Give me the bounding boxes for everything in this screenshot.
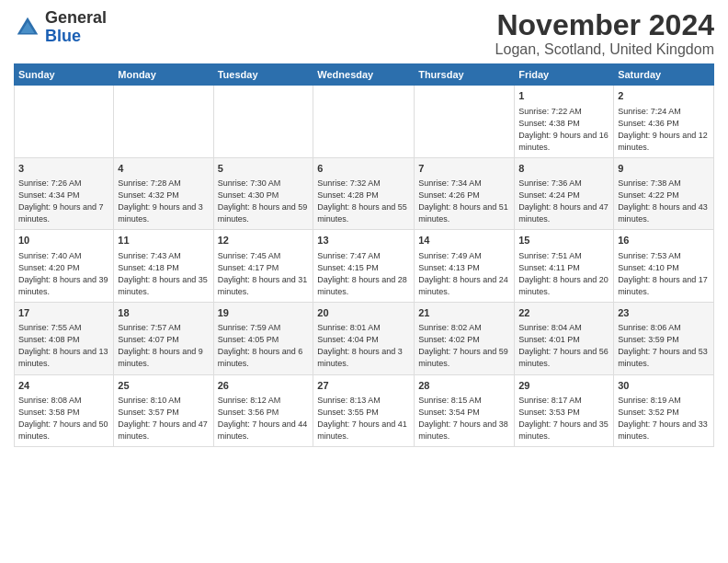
header-monday: Monday (114, 64, 213, 86)
day-cell: 26Sunrise: 8:12 AM Sunset: 3:56 PM Dayli… (213, 374, 313, 447)
week-row-4: 24Sunrise: 8:08 AM Sunset: 3:58 PM Dayli… (15, 374, 714, 447)
day-info: Sunrise: 8:06 AM Sunset: 3:59 PM Dayligh… (618, 322, 710, 370)
day-number: 4 (118, 162, 209, 176)
day-cell: 16Sunrise: 7:53 AM Sunset: 4:10 PM Dayli… (614, 230, 714, 303)
day-number: 2 (618, 89, 710, 103)
day-cell: 28Sunrise: 8:15 AM Sunset: 3:54 PM Dayli… (415, 374, 515, 447)
day-info: Sunrise: 7:24 AM Sunset: 4:36 PM Dayligh… (618, 106, 710, 154)
week-row-0: 1Sunrise: 7:22 AM Sunset: 4:38 PM Daylig… (15, 86, 714, 158)
day-number: 19 (218, 306, 310, 320)
logo-general: General (45, 9, 107, 28)
day-cell: 27Sunrise: 8:13 AM Sunset: 3:55 PM Dayli… (313, 374, 415, 447)
day-number: 27 (317, 379, 410, 393)
day-cell: 30Sunrise: 8:19 AM Sunset: 3:52 PM Dayli… (614, 374, 714, 447)
day-number: 12 (218, 234, 310, 247)
day-number: 26 (218, 379, 310, 393)
day-info: Sunrise: 8:13 AM Sunset: 3:55 PM Dayligh… (317, 395, 410, 442)
day-info: Sunrise: 8:15 AM Sunset: 3:54 PM Dayligh… (418, 395, 510, 442)
day-cell: 24Sunrise: 8:08 AM Sunset: 3:58 PM Dayli… (15, 374, 114, 447)
day-cell: 1Sunrise: 7:22 AM Sunset: 4:38 PM Daylig… (515, 86, 614, 158)
day-cell: 10Sunrise: 7:40 AM Sunset: 4:20 PM Dayli… (15, 230, 114, 303)
day-cell (114, 86, 213, 158)
logo: General Blue (14, 9, 107, 46)
header-tuesday: Tuesday (213, 64, 313, 86)
day-number: 24 (18, 379, 109, 393)
day-cell: 22Sunrise: 8:04 AM Sunset: 4:01 PM Dayli… (515, 302, 614, 374)
day-cell (213, 86, 313, 158)
day-number: 17 (18, 306, 109, 320)
day-number: 3 (18, 162, 109, 176)
day-info: Sunrise: 7:26 AM Sunset: 4:34 PM Dayligh… (18, 178, 109, 225)
day-cell: 17Sunrise: 7:55 AM Sunset: 4:08 PM Dayli… (15, 302, 114, 374)
day-number: 7 (418, 162, 510, 176)
day-number: 16 (618, 234, 710, 247)
day-info: Sunrise: 7:22 AM Sunset: 4:38 PM Dayligh… (518, 106, 609, 154)
day-cell: 20Sunrise: 8:01 AM Sunset: 4:04 PM Dayli… (313, 302, 415, 374)
header-wednesday: Wednesday (313, 64, 415, 86)
day-number: 14 (418, 234, 510, 247)
day-info: Sunrise: 8:10 AM Sunset: 3:57 PM Dayligh… (118, 395, 209, 442)
day-number: 21 (418, 306, 510, 320)
week-row-3: 17Sunrise: 7:55 AM Sunset: 4:08 PM Dayli… (15, 302, 714, 374)
main-title: November 2024 (495, 9, 714, 41)
day-info: Sunrise: 7:38 AM Sunset: 4:22 PM Dayligh… (618, 178, 710, 225)
day-number: 30 (618, 379, 710, 393)
day-number: 1 (518, 89, 609, 103)
day-info: Sunrise: 8:01 AM Sunset: 4:04 PM Dayligh… (317, 322, 410, 370)
day-info: Sunrise: 8:19 AM Sunset: 3:52 PM Dayligh… (618, 395, 710, 442)
subtitle: Logan, Scotland, United Kingdom (495, 41, 714, 58)
day-cell: 29Sunrise: 8:17 AM Sunset: 3:53 PM Dayli… (515, 374, 614, 447)
day-number: 18 (118, 306, 209, 320)
day-number: 10 (18, 234, 109, 247)
header: General Blue November 2024 Logan, Scotla… (14, 9, 714, 58)
header-row: Sunday Monday Tuesday Wednesday Thursday… (15, 64, 714, 86)
day-number: 22 (518, 306, 609, 320)
day-number: 11 (118, 234, 209, 247)
week-row-2: 10Sunrise: 7:40 AM Sunset: 4:20 PM Dayli… (15, 230, 714, 303)
day-info: Sunrise: 8:08 AM Sunset: 3:58 PM Dayligh… (18, 395, 109, 442)
calendar-body: 1Sunrise: 7:22 AM Sunset: 4:38 PM Daylig… (15, 86, 714, 447)
day-info: Sunrise: 8:04 AM Sunset: 4:01 PM Dayligh… (518, 322, 609, 370)
day-info: Sunrise: 7:57 AM Sunset: 4:07 PM Dayligh… (118, 322, 209, 370)
day-info: Sunrise: 7:47 AM Sunset: 4:15 PM Dayligh… (317, 250, 410, 298)
logo-text: General Blue (45, 9, 107, 46)
day-cell: 13Sunrise: 7:47 AM Sunset: 4:15 PM Dayli… (313, 230, 415, 303)
day-info: Sunrise: 7:59 AM Sunset: 4:05 PM Dayligh… (218, 322, 310, 370)
day-info: Sunrise: 7:32 AM Sunset: 4:28 PM Dayligh… (317, 178, 410, 225)
day-number: 15 (518, 234, 609, 247)
page: General Blue November 2024 Logan, Scotla… (0, 0, 728, 563)
day-cell: 6Sunrise: 7:32 AM Sunset: 4:28 PM Daylig… (313, 157, 415, 230)
day-info: Sunrise: 8:17 AM Sunset: 3:53 PM Dayligh… (518, 395, 609, 442)
day-info: Sunrise: 7:43 AM Sunset: 4:18 PM Dayligh… (118, 250, 209, 298)
day-info: Sunrise: 7:53 AM Sunset: 4:10 PM Dayligh… (618, 250, 710, 298)
header-sunday: Sunday (15, 64, 114, 86)
day-number: 13 (317, 234, 410, 247)
day-cell: 3Sunrise: 7:26 AM Sunset: 4:34 PM Daylig… (15, 157, 114, 230)
day-cell: 14Sunrise: 7:49 AM Sunset: 4:13 PM Dayli… (415, 230, 515, 303)
day-cell: 9Sunrise: 7:38 AM Sunset: 4:22 PM Daylig… (614, 157, 714, 230)
day-cell: 4Sunrise: 7:28 AM Sunset: 4:32 PM Daylig… (114, 157, 213, 230)
day-info: Sunrise: 7:55 AM Sunset: 4:08 PM Dayligh… (18, 322, 109, 370)
day-cell: 15Sunrise: 7:51 AM Sunset: 4:11 PM Dayli… (515, 230, 614, 303)
day-info: Sunrise: 7:30 AM Sunset: 4:30 PM Dayligh… (218, 178, 310, 225)
day-info: Sunrise: 8:12 AM Sunset: 3:56 PM Dayligh… (218, 395, 310, 442)
day-number: 20 (317, 306, 410, 320)
day-number: 25 (118, 379, 209, 393)
logo-icon (14, 14, 41, 41)
day-cell: 11Sunrise: 7:43 AM Sunset: 4:18 PM Dayli… (114, 230, 213, 303)
week-row-1: 3Sunrise: 7:26 AM Sunset: 4:34 PM Daylig… (15, 157, 714, 230)
header-saturday: Saturday (614, 64, 714, 86)
day-info: Sunrise: 7:28 AM Sunset: 4:32 PM Dayligh… (118, 178, 209, 225)
calendar: Sunday Monday Tuesday Wednesday Thursday… (14, 63, 714, 447)
day-cell: 12Sunrise: 7:45 AM Sunset: 4:17 PM Dayli… (213, 230, 313, 303)
day-cell: 7Sunrise: 7:34 AM Sunset: 4:26 PM Daylig… (415, 157, 515, 230)
logo-blue: Blue (45, 28, 107, 46)
title-section: November 2024 Logan, Scotland, United Ki… (495, 9, 714, 58)
day-cell (15, 86, 114, 158)
day-number: 6 (317, 162, 410, 176)
day-cell (313, 86, 415, 158)
day-cell: 19Sunrise: 7:59 AM Sunset: 4:05 PM Dayli… (213, 302, 313, 374)
day-number: 9 (618, 162, 710, 176)
day-cell: 21Sunrise: 8:02 AM Sunset: 4:02 PM Dayli… (415, 302, 515, 374)
day-cell: 25Sunrise: 8:10 AM Sunset: 3:57 PM Dayli… (114, 374, 213, 447)
